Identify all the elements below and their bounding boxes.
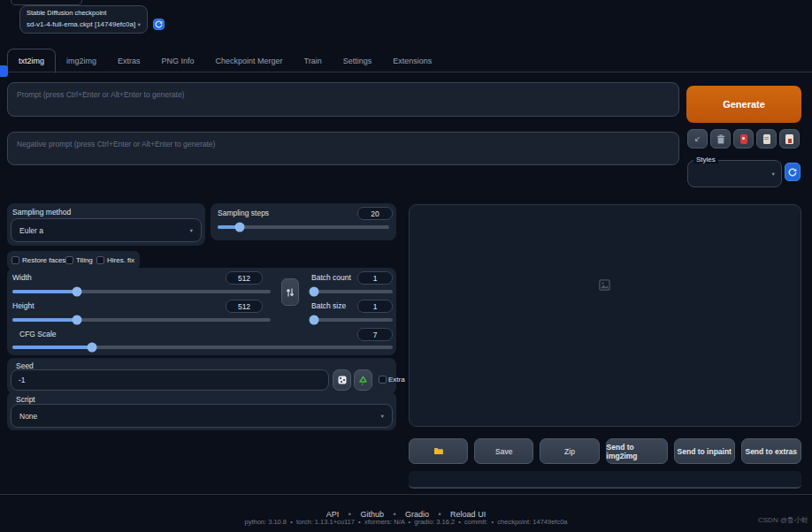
styles-refresh-button[interactable] — [785, 163, 801, 181]
tab-png-info[interactable]: PNG Info — [151, 49, 205, 72]
styles-dropdown[interactable]: ▼ — [687, 160, 782, 187]
toggles-block: Restore faces Tiling Hires. fix — [7, 251, 140, 270]
script-block: Script None ▼ — [7, 391, 396, 430]
width-number[interactable]: 512 — [226, 271, 263, 285]
apply-styles-button[interactable] — [756, 129, 777, 148]
batch-count-label: Batch count — [311, 273, 351, 282]
seed-input[interactable] — [11, 370, 328, 390]
slider-thumb[interactable] — [73, 287, 82, 297]
script-value: None — [19, 412, 37, 421]
versions-text: python: 3.10.8 • torch: 1.13.1+cu117 • x… — [0, 518, 812, 526]
checkpoint-dropdown[interactable]: Stable Diffusion checkpoint sd-v1-4-full… — [19, 5, 148, 34]
checkpoint-value: sd-v1-4-full-ema.ckpt [14749efc0a] — [27, 20, 135, 28]
script-label: Script — [16, 395, 35, 404]
dice-icon — [338, 376, 347, 384]
width-slider[interactable] — [12, 290, 271, 293]
slider-thumb[interactable] — [88, 343, 97, 353]
flower-card-icon — [740, 134, 747, 144]
hires-fix-label: Hires. fix — [107, 256, 134, 264]
generate-button[interactable]: Generate — [686, 86, 801, 123]
save-button[interactable]: Save — [474, 438, 533, 464]
zip-button[interactable]: Zip — [540, 438, 599, 464]
open-folder-button[interactable] — [409, 438, 468, 464]
prompt-tools: ↙ — [687, 129, 800, 148]
clear-prompt-button[interactable] — [710, 129, 731, 148]
sampling-method-select[interactable]: Euler a ▼ — [11, 218, 202, 242]
tab-img2img[interactable]: img2img — [56, 49, 107, 72]
batch-size-number[interactable]: 1 — [357, 300, 393, 313]
chevron-down-icon: ▼ — [189, 228, 194, 233]
slider-thumb[interactable] — [235, 223, 245, 232]
seed-input-wrap — [11, 369, 329, 391]
tab-txt2img[interactable]: txt2img — [7, 49, 56, 73]
sampling-steps-block: Sampling steps 20 — [211, 203, 396, 240]
slider-thumb[interactable] — [309, 315, 318, 325]
trash-icon — [716, 134, 725, 144]
cfg-scale-number[interactable]: 7 — [357, 328, 393, 341]
restore-faces-label: Restore faces — [22, 256, 65, 264]
generation-info-strip — [409, 471, 801, 489]
reuse-seed-button[interactable] — [354, 369, 372, 391]
swap-arrows-icon — [286, 287, 295, 298]
seed-block: Seed Extra — [7, 358, 396, 394]
batch-size-slider[interactable] — [311, 318, 393, 322]
negative-prompt-input[interactable] — [7, 132, 679, 165]
tabnav-divider — [0, 72, 812, 72]
paste-params-button[interactable]: ↙ — [687, 129, 708, 148]
refresh-icon — [155, 20, 163, 28]
tab-settings[interactable]: Settings — [333, 49, 383, 72]
hires-fix-checkbox[interactable] — [96, 256, 104, 264]
sampling-method-value: Euler a — [19, 226, 43, 235]
batch-count-number[interactable]: 1 — [357, 271, 393, 285]
seed-extra-checkbox[interactable] — [379, 376, 387, 384]
batch-size-label: Batch size — [311, 301, 346, 310]
slider-thumb[interactable] — [73, 315, 82, 325]
chevron-down-icon: ▼ — [380, 414, 385, 419]
sampling-steps-slider[interactable] — [218, 225, 389, 229]
tab-train[interactable]: Train — [294, 49, 333, 72]
tabnav: txt2img img2img Extras PNG Info Checkpoi… — [7, 49, 812, 72]
seed-extra-label: Extra — [388, 376, 405, 384]
left-edge-widget[interactable] — [0, 65, 8, 77]
slider-thumb[interactable] — [309, 287, 318, 297]
sampling-method-label: Sampling method — [12, 208, 71, 217]
sampling-steps-number[interactable]: 20 — [357, 207, 393, 220]
tab-extras[interactable]: Extras — [107, 49, 151, 72]
prompt-input[interactable] — [7, 82, 679, 117]
output-buttons-row: Save Zip Send to img2img Send to inpaint… — [409, 438, 801, 464]
width-label: Width — [12, 273, 32, 282]
sampling-method-block: Sampling method Euler a ▼ — [7, 203, 205, 246]
tab-checkpoint-merger[interactable]: Checkpoint Merger — [205, 49, 294, 72]
styles-label: Styles — [693, 156, 718, 163]
tiling-checkbox[interactable] — [65, 256, 73, 264]
batch-count-slider[interactable] — [311, 290, 393, 293]
app-root: Stable Diffusion checkpoint sd-v1-4-full… — [0, 0, 812, 532]
send-to-extras-button[interactable]: Send to extras — [741, 438, 802, 464]
output-image-panel[interactable] — [409, 204, 801, 427]
restore-faces-checkbox[interactable] — [11, 256, 19, 264]
save-style-button[interactable] — [779, 129, 800, 148]
random-seed-button[interactable] — [333, 369, 351, 391]
extra-networks-button[interactable] — [733, 129, 754, 148]
dimensions-block: Width 512 Batch count 1 Height 512 Batch… — [7, 268, 396, 355]
tiling-label: Tiling — [76, 256, 93, 264]
image-placeholder-icon — [599, 279, 610, 291]
arrow-down-left-icon: ↙ — [694, 134, 701, 143]
chevron-down-icon: ▼ — [771, 171, 776, 177]
tab-extensions[interactable]: Extensions — [382, 49, 442, 72]
swap-dimensions-button[interactable] — [281, 278, 299, 306]
sampling-steps-label: Sampling steps — [218, 209, 269, 217]
height-number[interactable]: 512 — [226, 300, 263, 313]
floppy-save-icon — [785, 134, 793, 144]
send-to-img2img-button[interactable]: Send to img2img — [606, 438, 668, 464]
checkpoint-refresh-button[interactable] — [153, 19, 165, 30]
height-slider[interactable] — [12, 318, 271, 322]
cfg-scale-label: CFG Scale — [19, 330, 57, 338]
cfg-scale-slider[interactable] — [12, 346, 393, 349]
refresh-icon — [788, 168, 797, 177]
recycle-icon — [358, 376, 368, 385]
clipboard-icon — [763, 134, 770, 144]
send-to-inpaint-button[interactable]: Send to inpaint — [674, 438, 735, 464]
checkpoint-label: Stable Diffusion checkpoint — [27, 9, 106, 17]
script-select[interactable]: None ▼ — [11, 404, 393, 428]
